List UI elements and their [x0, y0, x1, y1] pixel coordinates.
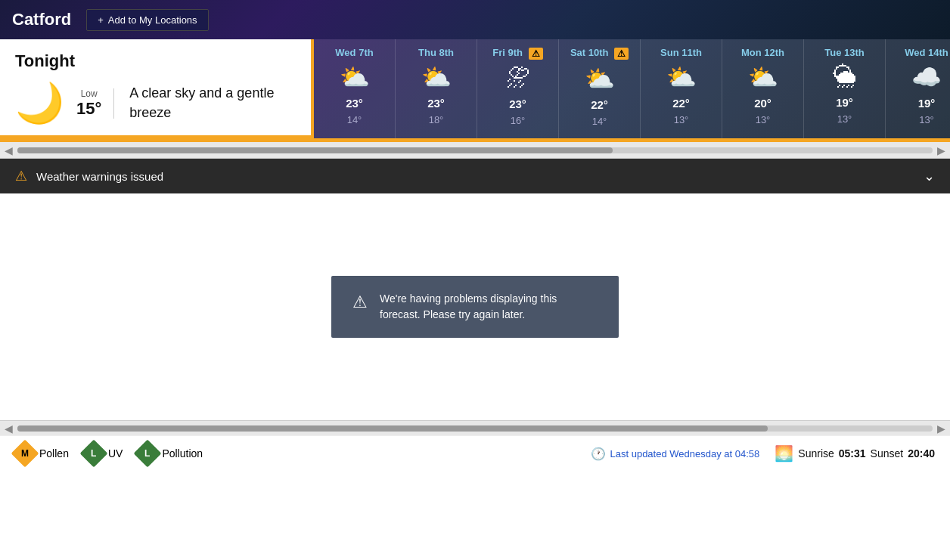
day-link-sat10[interactable]: Sat 10th: [570, 47, 609, 58]
footer-left: M Pollen L UV L Pollution: [15, 444, 203, 463]
tonight-temp: Low 15°: [76, 88, 114, 119]
warning-text: Weather warnings issued: [36, 170, 163, 183]
day-icon-mon12: [728, 63, 797, 91]
daily-strip: Wed 7th 23° 14° Thu 8th 23° 18° Fri 9th …: [314, 39, 950, 138]
sunset-time: 20:40: [908, 447, 935, 459]
clock-icon: 🕐: [591, 447, 606, 461]
day-card-mon12[interactable]: Mon 12th 20° 13°: [722, 39, 804, 138]
sunrise-icon: 🌅: [775, 444, 793, 463]
pollution-label: Pollution: [162, 447, 203, 459]
footer: M Pollen L UV L Pollution 🕐 Last updated…: [0, 435, 950, 471]
error-box: ⚠ We're having problems displaying this …: [331, 276, 619, 338]
scroll-track[interactable]: [17, 147, 933, 153]
low-temp: 15°: [76, 99, 101, 119]
tonight-label: Tonight: [15, 51, 296, 71]
bottom-scroll-right[interactable]: ▶: [937, 422, 945, 435]
day-card-thu8[interactable]: Thu 8th 23° 18°: [396, 39, 477, 138]
last-updated: 🕐 Last updated Wednesday at 04:58: [591, 447, 760, 461]
day-name-sun11: Sun 11th: [647, 47, 716, 58]
low-label: Low: [81, 88, 98, 99]
error-message: We're having problems displaying this fo…: [380, 291, 598, 323]
scroll-right-arrow[interactable]: ▶: [937, 144, 945, 156]
tonight-body: 🌙 Low 15° A clear sky and a gentle breez…: [15, 80, 296, 126]
day-name-wed14: Wed 14th: [892, 47, 950, 58]
day-temps-wed14: 19° 13°: [892, 94, 950, 128]
plus-icon: +: [98, 14, 104, 26]
pollen-item: M Pollen: [15, 444, 69, 463]
day-icon-tue13: [810, 63, 879, 91]
day-card-tue13[interactable]: Tue 13th 19° 13°: [804, 39, 886, 138]
day-temps-tue13: 19° 13°: [810, 94, 879, 128]
day-name-wed7: Wed 7th: [320, 47, 389, 58]
pollen-level: M: [21, 448, 29, 459]
sunrise-time: 05:31: [839, 447, 866, 459]
day-link-mon12[interactable]: Mon 12th: [741, 47, 784, 58]
bottom-scroll: ◀ ▶: [0, 420, 950, 435]
add-location-button[interactable]: + Add to My Locations: [86, 9, 208, 31]
sun-info: 🌅 Sunrise 05:31 Sunset 20:40: [775, 444, 935, 463]
day-link-wed14[interactable]: Wed 14th: [905, 47, 948, 58]
bottom-scroll-left[interactable]: ◀: [5, 422, 13, 435]
day-name-thu8: Thu 8th: [402, 47, 470, 58]
day-icon-thu8: [402, 63, 470, 91]
day-temps-mon12: 20° 13°: [728, 94, 797, 128]
day-name-tue13: Tue 13th: [810, 47, 879, 58]
day-card-sun11[interactable]: Sun 11th 22° 13°: [641, 39, 722, 138]
tonight-panel: Tonight 🌙 Low 15° A clear sky and a gent…: [0, 39, 314, 138]
location-title: Catford: [12, 10, 71, 29]
day-link-sun11[interactable]: Sun 11th: [660, 47, 702, 58]
sunrise-label: Sunrise: [798, 447, 834, 459]
error-triangle-icon: ⚠: [352, 292, 368, 312]
day-icon-fri9: [483, 64, 552, 92]
pollen-badge: M: [11, 440, 39, 468]
day-icon-sat10: [565, 64, 634, 93]
warning-left: ⚠ Weather warnings issued: [15, 168, 163, 184]
day-link-wed7[interactable]: Wed 7th: [335, 47, 373, 58]
pollution-badge: L: [134, 440, 162, 468]
day-icon-wed14: [892, 63, 950, 91]
uv-item: L UV: [84, 444, 123, 463]
warning-triangle-icon: ⚠: [15, 168, 27, 184]
pollution-item: L Pollution: [138, 444, 203, 463]
warning-badge-sat10: ⚠: [614, 48, 629, 60]
day-icon-sun11: [647, 63, 716, 91]
day-temps-sat10: 22° 14°: [565, 96, 634, 130]
day-temps-sun11: 22° 13°: [647, 94, 716, 128]
day-link-fri9[interactable]: Fri 9th: [492, 47, 523, 58]
warning-bar[interactable]: ⚠ Weather warnings issued ⌄: [0, 159, 950, 193]
day-name-mon12: Mon 12th: [728, 47, 797, 58]
uv-label: UV: [108, 447, 123, 459]
pollution-level: L: [145, 448, 151, 459]
day-link-thu8[interactable]: Thu 8th: [418, 47, 454, 58]
bottom-scroll-thumb: [17, 425, 768, 432]
add-location-label: Add to My Locations: [108, 14, 197, 26]
day-temps-thu8: 23° 18°: [402, 94, 470, 128]
uv-level: L: [91, 448, 96, 459]
day-card-wed7[interactable]: Wed 7th 23° 14°: [314, 39, 396, 138]
bottom-scroll-track[interactable]: [17, 425, 933, 432]
day-card-wed14[interactable]: Wed 14th 19° 13°: [886, 39, 950, 138]
scroll-left-arrow[interactable]: ◀: [5, 144, 13, 156]
day-name-fri9: Fri 9th ⚠: [483, 47, 552, 60]
last-updated-text: Last updated Wednesday at 04:58: [610, 448, 760, 459]
footer-right: 🕐 Last updated Wednesday at 04:58 🌅 Sunr…: [591, 444, 936, 463]
sunset-label: Sunset: [871, 447, 904, 459]
uv-badge: L: [80, 440, 108, 468]
scroll-thumb: [17, 147, 613, 153]
tonight-description: A clear sky and a gentle breeze: [129, 84, 296, 122]
error-section: ⚠ We're having problems displaying this …: [0, 193, 950, 420]
top-scroll-hint: ◀ ▶: [0, 142, 950, 159]
warning-chevron-icon[interactable]: ⌄: [924, 168, 935, 184]
pollen-label: Pollen: [39, 447, 69, 459]
header: Catford + Add to My Locations: [0, 0, 950, 39]
day-name-sat10: Sat 10th ⚠: [565, 47, 634, 60]
day-link-tue13[interactable]: Tue 13th: [824, 47, 865, 58]
day-card-fri9[interactable]: Fri 9th ⚠ 23° 16°: [477, 39, 559, 138]
warning-badge-fri9: ⚠: [529, 48, 543, 60]
day-temps-fri9: 23° 16°: [483, 95, 552, 129]
forecast-container: Tonight 🌙 Low 15° A clear sky and a gent…: [0, 39, 950, 138]
day-card-sat10[interactable]: Sat 10th ⚠ 22° 14°: [559, 39, 641, 138]
moon-icon: 🌙: [15, 80, 64, 126]
day-icon-wed7: [320, 63, 389, 91]
day-temps-wed7: 23° 14°: [320, 94, 389, 128]
